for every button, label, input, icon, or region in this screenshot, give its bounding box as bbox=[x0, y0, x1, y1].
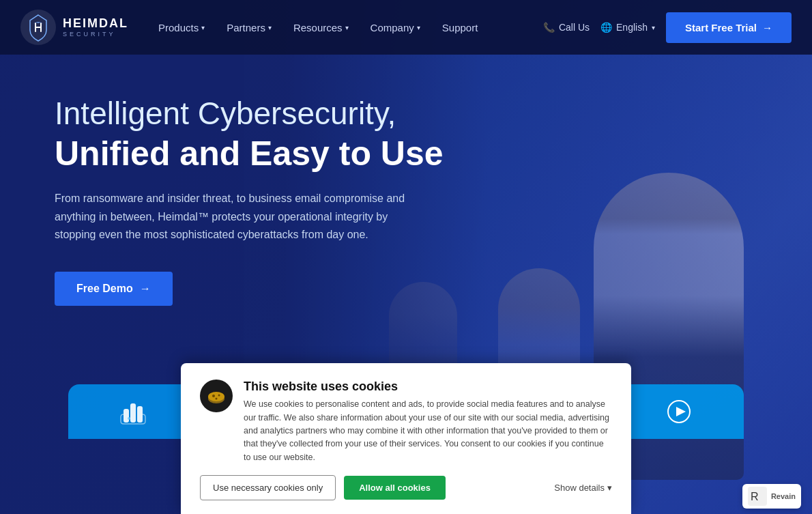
arrow-right-icon: → bbox=[762, 22, 772, 33]
hero-description: From ransomware and insider threat, to b… bbox=[55, 190, 423, 244]
svg-rect-3 bbox=[137, 406, 143, 423]
chevron-down-icon: ▾ bbox=[345, 24, 349, 31]
cookie-header: This website uses cookies We use cookies… bbox=[200, 380, 612, 464]
svg-point-17 bbox=[208, 392, 224, 401]
svg-point-18 bbox=[212, 395, 215, 397]
globe-icon: 🌐 bbox=[600, 22, 612, 33]
revain-logo-icon: R bbox=[748, 487, 767, 506]
hand-stop-icon bbox=[118, 397, 148, 427]
svg-point-20 bbox=[216, 398, 218, 400]
chevron-down-icon: ▾ bbox=[652, 24, 655, 31]
nav-right: 📞 Call Us 🌐 English ▾ Start Free Trial → bbox=[543, 12, 792, 43]
hero-title-line2: Unified and Easy to Use bbox=[55, 134, 444, 174]
nav-support[interactable]: Support bbox=[433, 15, 488, 40]
logo-sub: SECURITY bbox=[63, 31, 128, 38]
svg-text:R: R bbox=[751, 491, 759, 502]
product-icon-endpoint[interactable] bbox=[614, 384, 744, 439]
cookie-title: This website uses cookies bbox=[244, 380, 612, 394]
hero-title-line1: Intelligent Cybersecurity, bbox=[55, 96, 444, 132]
logo[interactable]: HEIMDAL SECURITY bbox=[20, 10, 128, 45]
product-icon-threat-prevention[interactable] bbox=[68, 384, 198, 439]
cookie-actions: Use necessary cookies only Allow all coo… bbox=[200, 475, 612, 500]
chevron-down-icon: ▾ bbox=[268, 24, 272, 31]
navbar: HEIMDAL SECURITY Products ▾ Partners ▾ R… bbox=[0, 0, 812, 55]
language-selector[interactable]: 🌐 English ▾ bbox=[600, 22, 655, 33]
svg-point-4 bbox=[128, 417, 130, 420]
nav-products[interactable]: Products ▾ bbox=[149, 15, 214, 40]
svg-rect-2 bbox=[130, 403, 136, 423]
hero-content: Intelligent Cybersecurity, Unified and E… bbox=[55, 96, 444, 306]
cookie-body: We use cookies to personalise content an… bbox=[244, 398, 612, 464]
chevron-down-icon: ▾ bbox=[607, 483, 612, 493]
svg-marker-15 bbox=[676, 407, 686, 416]
chevron-down-icon: ▾ bbox=[201, 24, 205, 31]
free-demo-button[interactable]: Free Demo → bbox=[55, 272, 173, 306]
revain-widget[interactable]: R Revain bbox=[742, 484, 801, 509]
cookie-text-block: This website uses cookies We use cookies… bbox=[244, 380, 612, 464]
svg-rect-1 bbox=[124, 409, 129, 423]
use-necessary-cookies-button[interactable]: Use necessary cookies only bbox=[200, 475, 336, 500]
show-details-link[interactable]: Show details ▾ bbox=[554, 483, 612, 493]
svg-point-19 bbox=[218, 395, 220, 397]
terminal-play-icon bbox=[664, 397, 694, 427]
nav-links: Products ▾ Partners ▾ Resources ▾ Compan… bbox=[149, 15, 543, 40]
phone-icon: 📞 bbox=[543, 22, 555, 33]
start-free-trial-button[interactable]: Start Free Trial → bbox=[666, 12, 792, 43]
allow-all-cookies-button[interactable]: Allow all cookies bbox=[344, 476, 446, 500]
revain-label: Revain bbox=[771, 492, 796, 500]
cookie-banner: This website uses cookies We use cookies… bbox=[181, 363, 631, 514]
heimdal-logo-icon bbox=[20, 10, 56, 45]
arrow-right-icon: → bbox=[140, 283, 151, 295]
call-us-link[interactable]: 📞 Call Us bbox=[543, 22, 590, 33]
logo-name: HEIMDAL bbox=[63, 17, 128, 31]
cookie-graphic-icon bbox=[205, 385, 227, 407]
nav-company[interactable]: Company ▾ bbox=[361, 15, 430, 40]
cookie-icon bbox=[200, 380, 233, 412]
nav-resources[interactable]: Resources ▾ bbox=[284, 15, 358, 40]
chevron-down-icon: ▾ bbox=[417, 24, 420, 31]
nav-partners[interactable]: Partners ▾ bbox=[217, 15, 281, 40]
